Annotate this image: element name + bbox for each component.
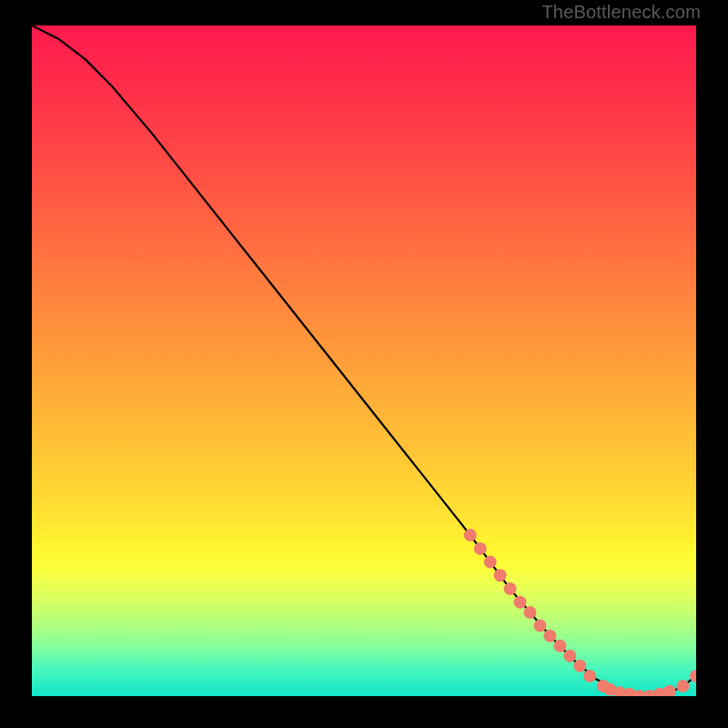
data-marker: [553, 640, 566, 652]
data-marker: [543, 630, 556, 642]
data-marker: [534, 620, 547, 632]
data-markers: [464, 529, 696, 696]
data-marker: [583, 670, 596, 682]
data-marker: [524, 606, 537, 619]
chart-container: TheBottleneck.com: [0, 0, 728, 728]
chart-overlay: [32, 25, 696, 696]
data-marker: [504, 582, 517, 595]
data-marker: [484, 556, 497, 569]
plot-area: [32, 25, 696, 696]
data-marker: [464, 529, 477, 541]
data-marker: [474, 542, 487, 555]
data-marker: [663, 685, 676, 696]
data-marker: [494, 569, 507, 581]
attribution-label: TheBottleneck.com: [541, 2, 701, 23]
data-marker: [514, 596, 527, 609]
data-marker: [573, 660, 586, 672]
data-marker: [563, 650, 576, 662]
bottleneck-curve: [32, 25, 696, 696]
data-marker: [676, 680, 689, 693]
